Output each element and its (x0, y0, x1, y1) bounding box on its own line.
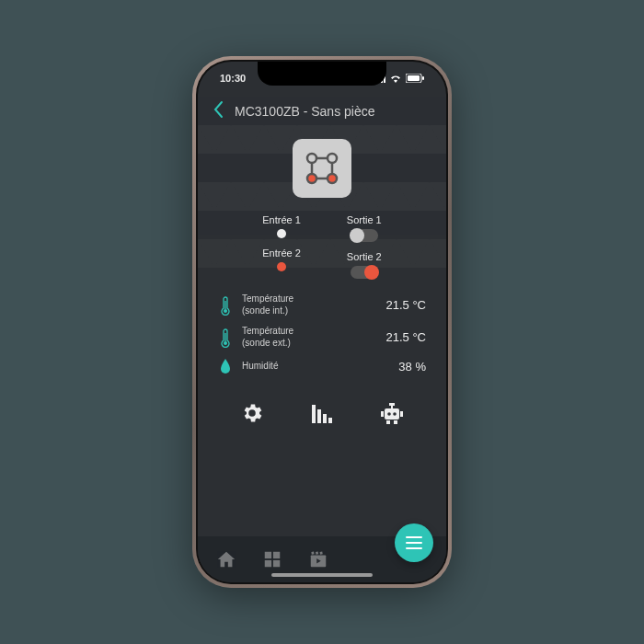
nav-grid[interactable] (262, 549, 282, 569)
input-1-indicator (277, 229, 286, 238)
svg-rect-30 (265, 560, 271, 567)
svg-point-7 (307, 154, 316, 163)
status-time: 10:30 (220, 73, 246, 84)
svg-point-8 (328, 154, 337, 163)
svg-point-20 (387, 412, 391, 416)
svg-point-9 (307, 174, 316, 183)
stats-button[interactable] (309, 400, 335, 426)
wifi-icon (389, 74, 402, 83)
svg-rect-2 (422, 76, 424, 80)
svg-rect-16 (317, 409, 321, 423)
sensors: Température (sonde int.) 21.5 °C Tempéra… (213, 293, 431, 374)
home-indicator (271, 573, 373, 577)
svg-rect-18 (328, 418, 332, 423)
sensor-humidity: Humidité 38 % (218, 358, 426, 374)
sensor-temp-ext-value: 21.5 °C (385, 330, 426, 344)
svg-rect-25 (400, 411, 403, 417)
screen: 10:30 MC3100ZB - Sans pièce (198, 62, 446, 582)
svg-point-11 (224, 309, 227, 313)
svg-rect-28 (265, 552, 271, 558)
sensor-humidity-label: Humidité (242, 361, 389, 373)
svg-rect-34 (311, 551, 314, 554)
svg-rect-23 (391, 406, 393, 408)
input-1: Entrée 1 (262, 214, 301, 238)
output-2-toggle[interactable] (351, 266, 378, 279)
page-title: MC3100ZB - Sans pièce (235, 104, 375, 119)
sensor-temp-int-value: 21.5 °C (385, 298, 426, 312)
thermometer-icon (218, 328, 233, 348)
nav-home[interactable] (216, 549, 236, 569)
svg-rect-22 (389, 403, 395, 406)
svg-rect-24 (381, 411, 384, 417)
back-button[interactable] (213, 100, 224, 122)
input-2-indicator (277, 262, 286, 271)
svg-rect-1 (408, 75, 420, 81)
sensor-humidity-value: 38 % (398, 360, 426, 374)
svg-rect-36 (320, 551, 323, 554)
svg-rect-31 (273, 560, 280, 567)
output-1-label: Sortie 1 (347, 214, 382, 225)
svg-point-13 (224, 341, 227, 345)
thermometer-icon (218, 295, 233, 316)
notch (258, 62, 386, 86)
sensor-temp-ext-label: Température (sonde ext.) (242, 326, 376, 349)
humidity-icon (218, 358, 233, 374)
input-2: Entrée 2 (262, 247, 301, 271)
io-section: Entrée 1 Entrée 2 Sortie 1 (213, 214, 431, 279)
header: MC3100ZB - Sans pièce (213, 95, 431, 128)
svg-rect-19 (385, 408, 399, 420)
device-icon (293, 139, 351, 198)
svg-rect-29 (273, 552, 280, 558)
sensor-temp-ext: Température (sonde ext.) 21.5 °C (218, 326, 426, 349)
svg-rect-26 (386, 420, 390, 424)
output-1-toggle[interactable] (351, 229, 378, 242)
svg-rect-27 (394, 420, 397, 424)
nav-scenes[interactable] (308, 549, 328, 569)
input-2-label: Entrée 2 (262, 247, 301, 259)
svg-rect-15 (312, 405, 316, 423)
svg-rect-17 (323, 414, 327, 423)
svg-rect-35 (316, 551, 318, 554)
sensor-temp-int-label: Température (sonde int.) (242, 293, 376, 316)
automation-button[interactable] (379, 400, 405, 426)
input-1-label: Entrée 1 (262, 214, 301, 225)
settings-button[interactable] (239, 400, 265, 426)
action-bar (213, 400, 431, 426)
sensor-temp-int: Température (sonde int.) 21.5 °C (218, 293, 426, 316)
svg-point-21 (393, 412, 397, 416)
menu-fab[interactable] (395, 523, 433, 562)
phone-frame: 10:30 MC3100ZB - Sans pièce (192, 56, 452, 588)
battery-icon (406, 74, 424, 83)
output-2-label: Sortie 2 (347, 251, 382, 262)
svg-point-10 (328, 174, 337, 183)
